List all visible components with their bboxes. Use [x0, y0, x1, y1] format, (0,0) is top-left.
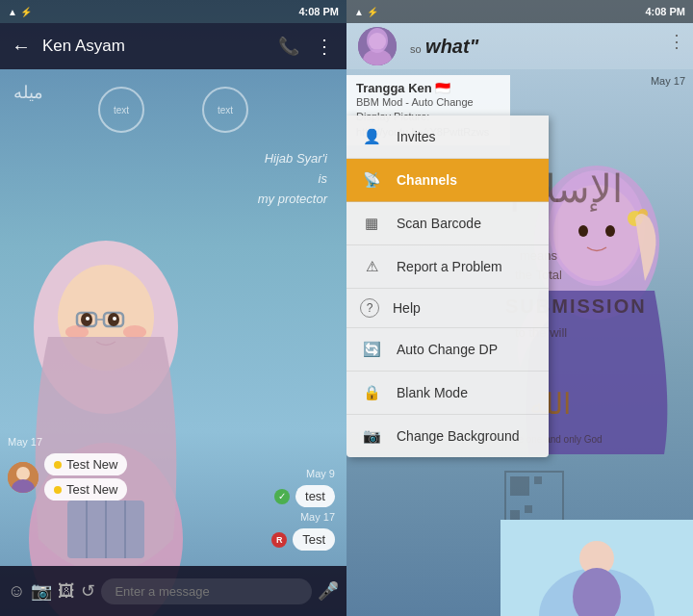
arabic-text-left: ميله [13, 82, 43, 103]
emoji-button[interactable]: ☺ [8, 581, 25, 602]
user-avatar-right [358, 27, 397, 65]
svg-rect-40 [510, 510, 520, 520]
status-bar-time-left: 4:08 PM [298, 6, 339, 17]
menu-item-change-background[interactable]: 📷 Change Background [346, 415, 549, 457]
location-button[interactable]: ↺ [81, 580, 95, 602]
message-bubble-2: Test [293, 528, 335, 551]
camera-button[interactable]: 📷 [31, 580, 52, 602]
svg-rect-39 [534, 476, 542, 484]
online-dot-1 [54, 461, 62, 469]
scan-barcode-icon: ▦ [360, 212, 383, 235]
menu-item-channels[interactable]: 📡 Channels [346, 159, 549, 202]
right-header: so what" [346, 23, 693, 69]
svg-point-11 [123, 325, 146, 339]
hijab-quote: Hijab Syar'i is my protector [258, 149, 327, 209]
auto-change-dp-icon: 🔄 [360, 338, 383, 361]
image-button[interactable]: 🖼 [58, 581, 75, 602]
change-background-label: Change Background [397, 428, 520, 444]
header-what-text: what" [425, 36, 478, 57]
date-label-may17-right: May 17 [12, 511, 335, 523]
phone-call-button[interactable]: 📞 [278, 36, 299, 57]
microphone-button[interactable]: 🎤 [318, 580, 339, 602]
right-panel: ▲ ⚡ 4:08 PM so what" May 17 Trangga Ken … [346, 0, 693, 616]
received-message-bubbles: Test New Test New [44, 453, 127, 500]
auto-change-dp-label: Auto Change DP [397, 342, 498, 357]
more-options-button[interactable]: ⋮ [315, 35, 335, 58]
svg-point-9 [113, 317, 116, 321]
text-sticker-1: text [98, 87, 144, 133]
text-sticker-2: text [202, 87, 248, 133]
menu-item-help[interactable]: ? Help [346, 289, 549, 328]
message-input-bar: ☺ 📷 🖼 ↺ 🎤 [0, 566, 346, 616]
wifi-icon-right: ⚡ [367, 7, 378, 17]
menu-item-scan-barcode[interactable]: ▦ Scan Barcode [346, 202, 549, 245]
message-bubble-1: test [295, 485, 335, 507]
check-icon: ✓ [274, 489, 290, 504]
status-bar-left: ▲ ⚡ 4:08 PM [0, 0, 346, 23]
svg-rect-41 [525, 505, 532, 513]
change-background-icon: 📷 [360, 424, 383, 448]
bottom-image-area [500, 520, 693, 616]
svg-point-17 [16, 467, 30, 480]
context-menu: 👤 Invites 📡 Channels ▦ Scan Barcode ⚠ Re… [346, 116, 549, 457]
right-more-options[interactable]: ⋮ [668, 31, 685, 52]
blank-mode-icon: 🔒 [360, 381, 383, 404]
status-bar-right: ▲ ⚡ 4:08 PM [346, 0, 693, 23]
report-label: Report a Problem [397, 259, 502, 274]
channels-label: Channels [397, 172, 457, 188]
message-row-Test: R Test [12, 528, 335, 551]
signal-icon: ▲ [8, 7, 17, 17]
chat-contact-name: Ken Asyam [42, 37, 278, 56]
recv-bubble-2: Test New [44, 478, 127, 500]
svg-point-10 [65, 325, 89, 339]
received-messages-area: May 17 Test New Test New [8, 436, 127, 500]
svg-rect-38 [510, 476, 529, 496]
profile-name: Trangga Ken 🇮🇩 [356, 81, 500, 95]
message-input[interactable] [101, 578, 312, 604]
scan-barcode-label: Scan Barcode [397, 216, 481, 231]
may17-label-right: May 17 [651, 75, 685, 87]
menu-item-invites[interactable]: 👤 Invites [346, 116, 549, 159]
blank-mode-label: Blank Mode [397, 385, 468, 400]
top-bar-icons: 📞 ⋮ [278, 35, 335, 58]
text-stickers: text text [98, 87, 248, 133]
header-so-text: so [410, 43, 422, 55]
received-row: Test New Test New [8, 453, 127, 500]
contact-avatar [8, 462, 38, 493]
report-icon: ⚠ [360, 255, 383, 278]
recv-bubble-1: Test New [44, 453, 127, 475]
channels-icon: 📡 [360, 168, 383, 192]
left-chat-panel: ميله text text Hijab Syar'i is my protec… [0, 0, 346, 616]
status-bar-time-right: 4:08 PM [645, 6, 685, 17]
help-icon: ? [360, 298, 379, 318]
menu-item-auto-change-dp[interactable]: 🔄 Auto Change DP [346, 328, 549, 372]
back-button[interactable]: ← [12, 36, 31, 58]
signal-icon-right: ▲ [354, 7, 364, 17]
online-dot-2 [54, 486, 62, 494]
menu-item-report-problem[interactable]: ⚠ Report a Problem [346, 245, 549, 289]
chat-top-bar: ← Ken Asyam 📞 ⋮ [0, 23, 346, 69]
menu-item-blank-mode[interactable]: 🔒 Blank Mode [346, 372, 549, 415]
date-label-may17-left: May 17 [8, 436, 127, 448]
help-label: Help [393, 300, 421, 316]
svg-point-8 [86, 317, 90, 321]
svg-point-22 [367, 28, 388, 53]
r-icon: R [271, 532, 287, 548]
invites-icon: 👤 [360, 125, 383, 148]
wifi-icon: ⚡ [20, 7, 32, 17]
invites-label: Invites [397, 129, 435, 144]
